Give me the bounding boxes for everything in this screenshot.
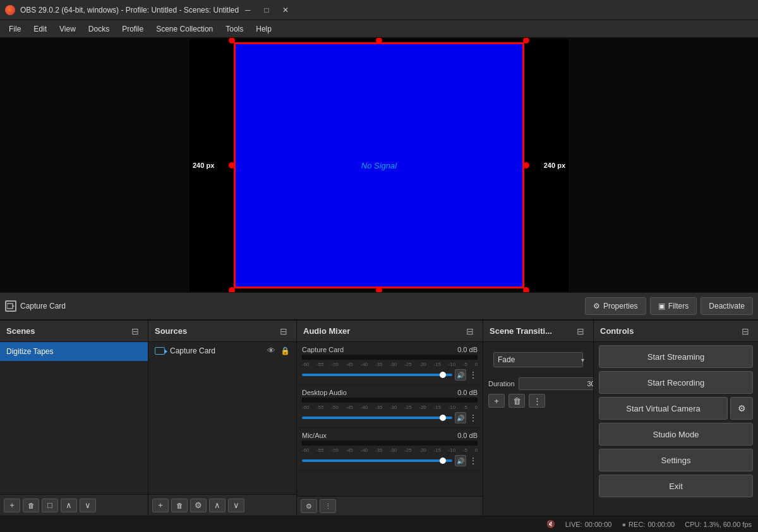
remove-scene-button[interactable]: 🗑 [23, 499, 39, 512]
scene-settings-button[interactable]: □ [42, 499, 58, 512]
audio-channel-name-0: Capture Card [302, 346, 344, 353]
controls-panel-header: Controls ⊟ [594, 321, 758, 342]
source-item-capture-card[interactable]: Capture Card 👁 🔒 [148, 342, 296, 359]
handle-mid-right[interactable] [523, 162, 529, 168]
transitions-panel-collapse-button[interactable]: ⊟ [574, 325, 587, 338]
px-left-label: 240 px [193, 162, 214, 169]
audio-mixer-collapse-button[interactable]: ⊟ [464, 325, 476, 338]
titlebar-controls: ─ □ ✕ [239, 3, 294, 17]
source-settings-button[interactable]: ⚙ [190, 499, 207, 512]
minimize-button[interactable]: ─ [239, 3, 256, 17]
audio-volume-slider-1[interactable] [302, 417, 452, 419]
controls-panel-title: Controls [600, 326, 739, 336]
menu-file[interactable]: File [3, 22, 27, 36]
menu-profile[interactable]: Profile [116, 22, 150, 36]
capture-card-label: Capture Card [20, 302, 66, 310]
audio-volume-slider-2[interactable] [302, 459, 452, 462]
audio-menu-footer-button[interactable]: ⋮ [320, 499, 336, 513]
handle-bot-right[interactable] [523, 287, 529, 293]
duration-input[interactable] [519, 377, 593, 390]
audio-menu-button-1[interactable]: ⋮ [469, 413, 478, 423]
sources-panel-collapse-button[interactable]: ⊟ [277, 325, 290, 338]
mute-button-0[interactable]: 🔊 [455, 369, 466, 381]
audio-slider-thumb-0 [440, 372, 446, 378]
source-lock-icon[interactable]: 🔒 [280, 346, 290, 355]
menu-view[interactable]: View [53, 22, 82, 36]
px-right-label: 240 px [544, 162, 565, 169]
scene-up-button[interactable]: ∧ [61, 499, 77, 512]
transition-menu-button[interactable]: ⋮ [529, 394, 545, 408]
filters-button[interactable]: ▣ Filters [650, 297, 697, 315]
maximize-button[interactable]: □ [258, 3, 275, 17]
rec-icon: ● [622, 521, 626, 528]
audio-ticks-0: -60-55-50-45-40-35-30-25-20-15-10-50 [302, 362, 478, 367]
duration-row: Duration ▲ ▼ [483, 377, 593, 394]
scene-item-digitize-tapes[interactable]: Digitize Tapes [0, 342, 148, 361]
scenes-panel-collapse-button[interactable]: ⊟ [129, 325, 141, 338]
mute-button-1[interactable]: 🔊 [455, 412, 466, 423]
audio-channel-capture-card: Capture Card 0.0 dB -60-55-50-45-40-35-3… [297, 342, 483, 385]
mute-button-2[interactable]: 🔊 [455, 455, 466, 466]
titlebar: OBS 29.0.2 (64-bit, windows) - Profile: … [0, 0, 758, 20]
deactivate-button[interactable]: Deactivate [701, 297, 753, 315]
start-virtual-camera-button[interactable]: Start Virtual Camera [599, 397, 728, 420]
audio-mixer-panel: Audio Mixer ⊟ Capture Card 0.0 dB -60-55… [297, 321, 483, 516]
sources-panel-header: Sources ⊟ [148, 321, 296, 342]
audio-menu-button-0[interactable]: ⋮ [469, 370, 478, 380]
menu-tools[interactable]: Tools [219, 22, 250, 36]
remove-source-button[interactable]: 🗑 [171, 499, 188, 512]
virtual-camera-settings-button[interactable]: ⚙ [730, 397, 753, 420]
close-button[interactable]: ✕ [277, 3, 294, 17]
source-down-button[interactable]: ∨ [228, 499, 244, 512]
handle-mid-left[interactable] [229, 162, 235, 168]
audio-ticks-2: -60-55-50-45-40-35-30-25-20-15-10-50 [302, 447, 478, 453]
svg-marker-1 [13, 305, 15, 307]
audio-slider-thumb-2 [440, 458, 446, 464]
audio-settings-button[interactable]: ⚙ [301, 499, 317, 513]
toolbar: Capture Card ⚙ Properties ▣ Filters Deac… [0, 292, 758, 320]
audio-menu-button-2[interactable]: ⋮ [469, 456, 478, 466]
scenes-panel-footer: + 🗑 □ ∧ ∨ [0, 494, 148, 516]
exit-button[interactable]: Exit [599, 475, 753, 497]
audio-volume-slider-0[interactable] [302, 374, 452, 376]
remove-transition-button[interactable]: 🗑 [508, 394, 525, 408]
menu-help[interactable]: Help [250, 22, 278, 36]
scenes-panel-title: Scenes [6, 326, 129, 336]
menubar: File Edit View Docks Profile Scene Colle… [0, 20, 758, 38]
status-cpu: CPU: 1.3%, 60.00 fps [685, 521, 752, 528]
menu-docks[interactable]: Docks [82, 22, 116, 36]
start-recording-button[interactable]: Start Recording [599, 371, 753, 394]
handle-bot-left[interactable] [229, 287, 235, 293]
scenes-list: Digitize Tapes [0, 342, 148, 494]
controls-panel-collapse-button[interactable]: ⊟ [739, 325, 752, 338]
titlebar-title: OBS 29.0.2 (64-bit, windows) - Profile: … [20, 6, 239, 15]
preview-area: No Signal 240 px 240 px [0, 38, 758, 292]
obs-icon [5, 5, 15, 15]
audio-mixer-header: Audio Mixer ⊟ [297, 321, 483, 342]
add-transition-button[interactable]: + [488, 394, 505, 408]
transition-type-select[interactable]: Fade Cut Swipe Slide Stinger Fade to Col… [493, 352, 583, 367]
properties-button[interactable]: ⚙ Properties [585, 297, 646, 315]
sources-panel-title: Sources [155, 326, 277, 336]
handle-bot-center[interactable] [376, 287, 382, 293]
start-streaming-button[interactable]: Start Streaming [599, 345, 753, 368]
source-name-label: Capture Card [170, 346, 262, 355]
menu-scene-collection[interactable]: Scene Collection [150, 22, 219, 36]
source-up-button[interactable]: ∧ [209, 499, 226, 512]
menu-edit[interactable]: Edit [27, 22, 53, 36]
preview-source[interactable]: No Signal [234, 42, 524, 288]
studio-mode-button[interactable]: Studio Mode [599, 423, 753, 446]
add-source-button[interactable]: + [152, 499, 169, 512]
source-visibility-icon[interactable]: 👁 [267, 346, 275, 355]
add-scene-button[interactable]: + [4, 499, 20, 512]
transitions-content: Fade Cut Swipe Slide Stinger Fade to Col… [483, 342, 593, 516]
filter-icon: ▣ [658, 302, 665, 310]
audio-meter-0 [302, 355, 478, 360]
toolbar-source-info: Capture Card [5, 300, 66, 312]
scene-down-button[interactable]: ∨ [80, 499, 96, 512]
audio-channel-desktop: Desktop Audio 0.0 dB -60-55-50-45-40-35-… [297, 385, 483, 428]
settings-button[interactable]: Settings [599, 449, 753, 471]
no-signal-icon: 🔇 [546, 520, 555, 528]
status-no-signal: 🔇 [546, 520, 555, 528]
status-live: LIVE: 00:00:00 [565, 521, 612, 528]
